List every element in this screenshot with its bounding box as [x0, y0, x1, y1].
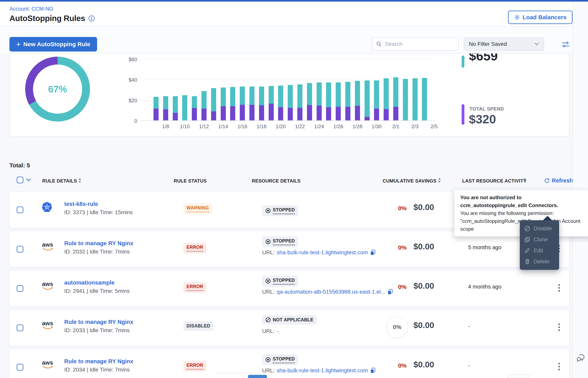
bar-spend-segment	[326, 107, 331, 120]
resource-url-link[interactable]: -	[277, 328, 279, 334]
copy-icon[interactable]	[370, 367, 376, 374]
savings-percent: 0%	[393, 324, 401, 330]
saved-filter-select[interactable]: No Filter Saved	[464, 37, 544, 51]
bar-savings-segment	[355, 81, 360, 106]
row-checkbox[interactable]	[17, 285, 23, 292]
sort-icon[interactable]	[438, 178, 441, 183]
svg-text:aws: aws	[42, 281, 53, 287]
last-activity: -	[468, 323, 470, 329]
row-actions-kebab-icon[interactable]	[555, 321, 563, 333]
savings-summary-card: 67% $659 TOTAL SPEND $320 $60$40$2001/81…	[9, 53, 570, 137]
x-axis-tick: 2/3	[406, 123, 424, 130]
sort-icon[interactable]	[78, 178, 81, 183]
load-balancers-button[interactable]: Load Balancers	[508, 11, 573, 24]
bar-spend-segment	[288, 108, 293, 120]
rule-status-label: ERROR	[187, 363, 203, 370]
row-checkbox[interactable]	[17, 206, 23, 213]
title-row: AutoStopping Rules	[9, 14, 95, 23]
bar-savings-segment	[345, 82, 350, 107]
aws-icon: aws	[41, 241, 54, 252]
copy-icon[interactable]	[370, 249, 376, 256]
rule-status-label: WARNING	[187, 205, 209, 212]
search-input[interactable]	[384, 41, 449, 47]
info-icon[interactable]	[88, 15, 95, 22]
tooltip-line: You are not authorized to ccm_autostoppi…	[460, 193, 586, 209]
row-checkbox[interactable]	[17, 364, 23, 371]
x-axis-tick: 1/8	[157, 123, 175, 130]
select-all-checkbox[interactable]	[17, 177, 23, 183]
plus-icon: +	[16, 40, 21, 48]
x-axis-tick: 1/12	[195, 123, 213, 130]
last-activity: 5 months ago	[468, 244, 501, 251]
bar-savings-segment	[259, 87, 264, 105]
y-axis-tick: $20	[119, 97, 137, 104]
savings-percent: 0%	[389, 244, 407, 251]
savings-amount: $0.00	[413, 202, 434, 212]
url-label: URL:	[262, 367, 275, 374]
gridline	[140, 80, 435, 80]
total-savings-legend-swatch	[462, 55, 464, 68]
bar-spend-segment	[202, 108, 206, 120]
filter-panel-button[interactable]	[561, 40, 570, 49]
select-menu-chevron-icon[interactable]	[26, 178, 31, 182]
refresh-button[interactable]: Refresh	[544, 177, 573, 184]
col-cumulative-savings[interactable]: CUMULATIVE SAVINGS	[383, 178, 436, 184]
bar-savings-segment	[336, 82, 341, 107]
stop-circle-icon	[265, 239, 271, 244]
menu-item-disable[interactable]: Disable	[520, 223, 559, 234]
new-autostopping-rule-button[interactable]: + New AutoStopping Rule	[9, 37, 97, 52]
table-row: awsautomationsampleID: 2941 | Idle Time:…	[9, 270, 570, 307]
bar-savings-segment	[153, 97, 159, 108]
menu-item-delete[interactable]: Delete	[520, 256, 559, 267]
rule-status-badge: ERROR	[183, 361, 206, 372]
savings-percent: 0%	[389, 284, 407, 290]
bar-savings-segment	[393, 77, 398, 107]
row-actions-kebab-icon[interactable]	[555, 361, 563, 373]
bar-savings-segment	[182, 95, 187, 120]
col-resource-details: RESOURCE DETAILS	[252, 178, 300, 184]
rule-name-link[interactable]: Rule to manage RY Nginx	[64, 358, 133, 365]
help-chat-icon[interactable]	[576, 353, 586, 363]
stop-circle-icon	[265, 357, 271, 363]
row-checkbox[interactable]	[17, 324, 23, 331]
rule-name-link[interactable]: Rule to manage RY Nginx	[64, 319, 133, 325]
total-savings-value: $659	[469, 53, 498, 63]
bar-1/17	[249, 87, 255, 120]
bar-spend-segment	[240, 105, 245, 120]
x-axis-tick: 1/10	[176, 123, 193, 130]
x-axis-tick: 1/22	[291, 123, 309, 130]
rule-name-link[interactable]: Rule to manage RY Nginx	[64, 240, 133, 247]
rule-status-label: ERROR	[187, 284, 203, 291]
url-label: URL:	[262, 328, 275, 334]
rule-name-link[interactable]: test-k8s-rule	[64, 201, 98, 207]
bar-savings-segment	[422, 78, 427, 120]
new-rule-label: New AutoStopping Rule	[23, 41, 90, 48]
sort-icon[interactable]	[523, 178, 526, 183]
resource-url-link[interactable]: qa-automation-alb-515563988.us-east-1.el…	[277, 289, 385, 295]
bar-savings-segment	[249, 87, 255, 105]
resource-url-link[interactable]: sha-bulk-rule-test-1.lightwingtest.com	[277, 367, 368, 374]
total-spend-value: $320	[469, 112, 496, 126]
bar-savings-segment	[374, 81, 379, 108]
breadcrumb-account[interactable]: Account: CCM-NG	[9, 6, 53, 12]
rule-meta: ID: 2034 | Idle Time: 7mins	[64, 367, 130, 373]
col-last-resource-activity[interactable]: LAST RESOURCE ACTIVITY	[462, 178, 526, 184]
col-rule-details[interactable]: RULE DETAILS	[42, 178, 77, 184]
bar-spend-segment	[192, 108, 197, 120]
resource-url-link[interactable]: sha-bulk-rule-test-1.lightwingtest.com	[277, 249, 368, 256]
bar-spend-segment	[211, 111, 216, 120]
x-axis-tick: 1/28	[349, 123, 366, 130]
menu-item-clone[interactable]: Clone	[520, 234, 559, 245]
row-actions-kebab-icon[interactable]	[555, 282, 563, 294]
bar-1/23	[307, 83, 312, 120]
rule-meta: ID: 3373 | Idle Time: 15mins	[64, 209, 133, 216]
rule-status-badge: ERROR	[183, 243, 206, 254]
pagination-current-page[interactable]	[248, 375, 267, 378]
table-row: awsRule to manage RY NginxID: 2032 | Idl…	[9, 231, 570, 268]
edit-icon	[524, 247, 530, 254]
menu-item-edit[interactable]: Edit	[520, 245, 559, 256]
bar-spend-segment	[393, 107, 398, 120]
page-size-select[interactable]	[507, 375, 530, 378]
rule-name-link[interactable]: automationsample	[64, 280, 115, 286]
row-checkbox[interactable]	[17, 246, 23, 253]
